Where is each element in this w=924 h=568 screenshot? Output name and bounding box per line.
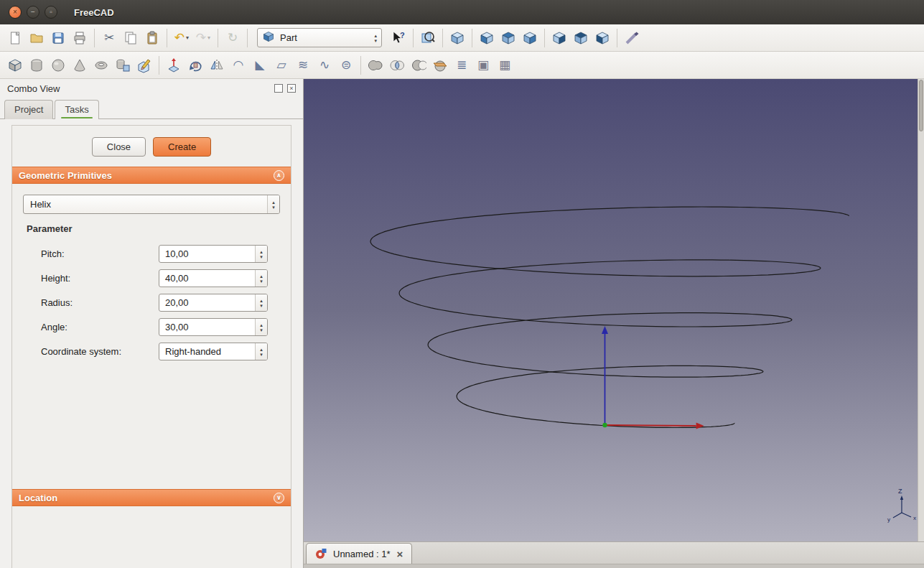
viewport-scrollbar[interactable] (918, 79, 924, 541)
refresh-button[interactable]: ↻ (222, 27, 243, 49)
radius-field[interactable]: 20,00▴▾ (159, 294, 268, 312)
boolean-union-button[interactable] (365, 55, 386, 76)
box-button[interactable] (4, 55, 26, 76)
right-view-cube-icon (522, 30, 538, 46)
toolbar-separator (617, 29, 617, 47)
primitives-icon (115, 57, 131, 73)
right-view-button[interactable] (519, 27, 541, 49)
compound-button[interactable]: ▣ (472, 55, 494, 76)
open-document-button[interactable] (26, 27, 47, 49)
save-button[interactable] (47, 27, 69, 49)
radius-value: 20,00 (159, 294, 255, 311)
measure-distance-button[interactable] (621, 27, 643, 49)
whats-this-button[interactable]: ? (388, 27, 409, 49)
undo-button[interactable]: ↶▾ (171, 27, 192, 49)
combo-view-tabs: Project Tasks (0, 98, 303, 119)
paste-button[interactable] (141, 27, 163, 49)
location-section-header[interactable]: Location ∨ (12, 489, 291, 506)
scrollbar-handle[interactable] (919, 80, 923, 131)
create-button[interactable]: Create (153, 137, 211, 157)
toolbar-separator (167, 29, 167, 47)
close-task-button[interactable]: Close (92, 137, 146, 157)
coordinate-system-field[interactable]: Right-handed▴▾ (159, 343, 268, 360)
document-tab[interactable]: Unnamed : 1* × (306, 543, 412, 564)
sweep-button[interactable]: ∿ (314, 55, 335, 76)
spin-arrows[interactable]: ▴▾ (255, 319, 267, 335)
angle-field[interactable]: 30,00▴▾ (159, 318, 268, 336)
chamfer-button[interactable]: ◣ (249, 55, 271, 76)
window-minimize-button[interactable]: − (27, 6, 39, 19)
close-panel-icon[interactable]: × (287, 84, 296, 93)
primitive-type-select[interactable]: Helix ▴ ▾ (23, 195, 280, 214)
spin-arrows[interactable]: ▴▾ (255, 294, 267, 311)
combo-arrows[interactable]: ▴▾ (374, 33, 377, 43)
torus-button[interactable] (90, 55, 112, 76)
tab-project[interactable]: Project (4, 100, 53, 119)
3d-scene[interactable]: Z y x (304, 79, 924, 541)
combo-arrows[interactable]: ▴ ▾ (267, 195, 279, 213)
spin-arrows[interactable]: ▴▾ (255, 246, 267, 262)
boolean-cut-button[interactable] (408, 55, 429, 76)
mirror-button[interactable] (206, 55, 228, 76)
loft-icon: ≋ (298, 59, 308, 71)
combo-view-panel: Combo View × Project Tasks Close Create … (0, 79, 304, 568)
cut-button[interactable]: ✂ (98, 27, 120, 49)
spin-arrows[interactable]: ▴▾ (255, 343, 267, 360)
window-maximize-button[interactable]: ▫ (45, 6, 57, 19)
height-field[interactable]: 40,00▴▾ (159, 269, 268, 287)
pitch-field[interactable]: 10,00▴▾ (159, 245, 268, 263)
fit-all-button[interactable] (417, 27, 439, 49)
float-panel-icon[interactable] (274, 84, 283, 93)
parameter-row: Radius:20,00▴▾ (12, 294, 291, 312)
front-view-button[interactable] (476, 27, 498, 49)
revolve-button[interactable] (185, 55, 206, 76)
new-document-button[interactable] (4, 27, 26, 49)
rear-view-button[interactable] (549, 27, 570, 49)
extrude-button[interactable] (163, 55, 185, 76)
bottom-strip (304, 564, 924, 568)
chevron-down-icon[interactable]: ∨ (274, 493, 284, 503)
cone-button[interactable] (69, 55, 90, 76)
dropdown-arrow-icon[interactable]: ▾ (207, 34, 210, 41)
revolve-icon (187, 57, 203, 73)
boolean-common-button[interactable] (386, 55, 408, 76)
panel-spacer (12, 367, 291, 489)
bottom-view-button[interactable] (570, 27, 592, 49)
cylinder-button[interactable] (26, 55, 47, 76)
defeaturing-button[interactable]: ▦ (494, 55, 515, 76)
workbench-selector[interactable]: Part▴▾ (257, 28, 382, 47)
close-document-icon[interactable]: × (397, 549, 403, 559)
create-primitives-button[interactable] (112, 55, 134, 76)
coordinate-system-value: Right-handed (159, 343, 255, 360)
parameter-heading: Parameter (27, 223, 291, 234)
ruled-surface-button[interactable]: ▱ (271, 55, 292, 76)
dropdown-arrow-icon[interactable]: ▾ (186, 34, 189, 41)
copy-button[interactable] (120, 27, 141, 49)
open-folder-icon (29, 30, 45, 46)
ruled-surface-icon: ▱ (276, 59, 286, 71)
geometric-primitives-section-header[interactable]: Geometric Primitives ∧ (12, 167, 291, 184)
sphere-button[interactable] (47, 55, 69, 76)
section-button[interactable] (429, 55, 451, 76)
redo-button[interactable]: ↷▾ (192, 27, 214, 49)
toolbar-separator (94, 29, 95, 47)
shape-builder-button[interactable] (134, 55, 155, 76)
axonometric-view-button[interactable] (447, 27, 468, 49)
tab-tasks[interactable]: Tasks (55, 100, 98, 119)
refresh-icon: ↻ (228, 32, 238, 44)
angle-value: 30,00 (159, 319, 255, 335)
window-close-button[interactable]: × (9, 6, 22, 19)
left-view-button[interactable] (592, 27, 613, 49)
chevron-up-icon[interactable]: ∧ (274, 170, 284, 181)
print-button[interactable] (69, 27, 90, 49)
top-view-button[interactable] (498, 27, 519, 49)
fillet-button[interactable]: ◠ (228, 55, 249, 76)
loft-button[interactable]: ≋ (292, 55, 314, 76)
spin-arrows[interactable]: ▴▾ (255, 270, 267, 287)
offset-button[interactable]: ⊜ (335, 55, 357, 76)
3d-viewport[interactable]: Z y x (304, 79, 924, 541)
section-title: Location (19, 493, 57, 503)
cross-sections-button[interactable]: ≣ (451, 55, 472, 76)
freecad-window: { "titlebar": { "title": "FreeCAD" }, "w… (0, 0, 924, 568)
common-icon (389, 57, 405, 73)
